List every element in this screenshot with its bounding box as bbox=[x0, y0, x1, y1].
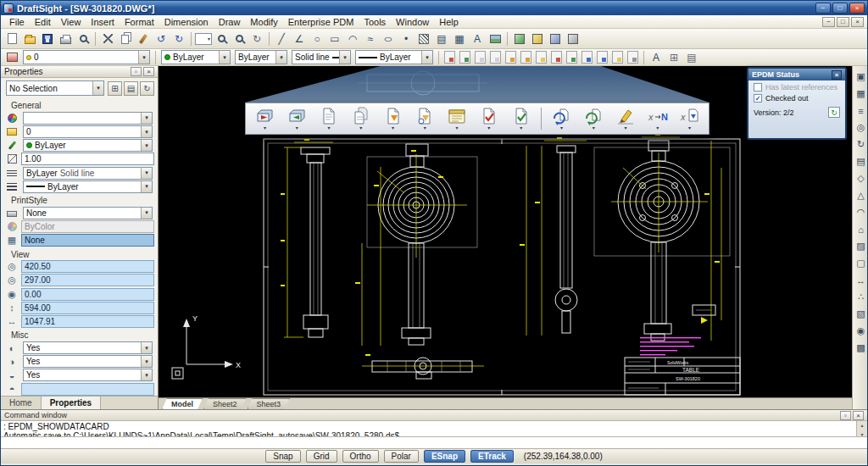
menu-enterprise-pdm[interactable]: Enterprise PDM bbox=[283, 16, 359, 28]
esnap-toggle[interactable]: ESnap bbox=[424, 450, 465, 463]
list-icon[interactable]: ≡ bbox=[854, 103, 868, 118]
epdm-copy-document-button[interactable]: ▾ bbox=[348, 107, 373, 130]
command-history[interactable]: : EPDM_SHOWDATACARD Automatic save to C:… bbox=[1, 421, 867, 436]
epdm-mini-signature-button[interactable] bbox=[612, 51, 623, 64]
epdm-mini-copy-doc-button[interactable] bbox=[490, 51, 501, 64]
insert-image-button[interactable] bbox=[487, 31, 504, 47]
epdm-export-button[interactable]: x ▾ bbox=[677, 107, 702, 130]
misc1-select[interactable]: Yes▾ bbox=[23, 341, 153, 354]
etrack-toggle[interactable]: ETrack bbox=[470, 450, 514, 463]
zoom-in-button[interactable] bbox=[213, 31, 230, 47]
stretch-icon[interactable]: ↔ bbox=[854, 273, 868, 287]
line-color-select[interactable]: ByLayer ▾ bbox=[161, 50, 231, 64]
pattern-icon[interactable]: ▩ bbox=[854, 341, 868, 355]
target-icon[interactable]: ◎ bbox=[854, 120, 868, 135]
epdm-checkout-button[interactable]: ▾ bbox=[253, 107, 277, 130]
quick-select-button[interactable]: ▤ bbox=[124, 81, 138, 96]
printstyle-table-field[interactable]: None bbox=[21, 234, 154, 247]
draw-circle-button[interactable]: ○ bbox=[309, 31, 326, 47]
line-weight-select[interactable]: Solid line ▾ bbox=[292, 50, 351, 64]
tab-properties[interactable]: Properties bbox=[42, 397, 101, 409]
epdm-mini-get-latest-button[interactable] bbox=[505, 51, 516, 64]
draw-polyline-button[interactable]: ∠ bbox=[291, 31, 308, 47]
epdm-signature-button[interactable]: ▾ bbox=[614, 107, 638, 130]
epdm-mini-links-button[interactable] bbox=[581, 51, 593, 64]
line-pattern-select[interactable]: ByLayer ▾ bbox=[355, 50, 433, 64]
rows-icon[interactable]: ▤ bbox=[854, 154, 868, 169]
epdm-approve-button[interactable]: ▾ bbox=[509, 107, 533, 130]
home-icon[interactable]: ⌂ bbox=[854, 222, 868, 236]
epdm-mini-datacard-button[interactable] bbox=[536, 51, 547, 64]
region-button[interactable]: ▤ bbox=[433, 31, 450, 47]
prop-lineweight-select[interactable]: ByLayer▾ bbox=[23, 180, 153, 193]
scroll-down-icon[interactable]: ▾ bbox=[860, 430, 863, 436]
restore-button[interactable]: □ bbox=[832, 3, 848, 14]
menu-window[interactable]: Window bbox=[391, 16, 434, 28]
linescale-field[interactable]: 1.00 bbox=[21, 153, 154, 165]
epdm-change-state-button[interactable]: ▾ bbox=[476, 107, 501, 130]
cut-button[interactable] bbox=[99, 31, 116, 47]
undo-button[interactable]: ↺ bbox=[153, 31, 170, 47]
zoom-window-button[interactable] bbox=[231, 31, 248, 47]
settings-button[interactable] bbox=[565, 31, 581, 47]
save-button[interactable] bbox=[39, 31, 56, 47]
insert-block-button[interactable] bbox=[529, 31, 546, 47]
rotate-icon[interactable]: ↻ bbox=[854, 137, 868, 152]
hatch-button[interactable] bbox=[415, 31, 432, 47]
menu-view[interactable]: View bbox=[56, 16, 86, 28]
hatch-icon[interactable]: ▨ bbox=[854, 239, 868, 253]
menu-modify[interactable]: Modify bbox=[245, 16, 282, 28]
refresh-version-button[interactable]: ↻ bbox=[828, 107, 840, 118]
quick-select-combo[interactable]: ▾ bbox=[195, 31, 212, 47]
menu-tools[interactable]: Tools bbox=[359, 16, 391, 28]
tab-sheet2[interactable]: Sheet2 bbox=[203, 398, 247, 409]
close-button[interactable]: × bbox=[849, 3, 865, 14]
menu-file[interactable]: File bbox=[4, 16, 30, 28]
draw-spline-button[interactable]: ≈ bbox=[362, 31, 379, 47]
epdm-refresh-tree-button[interactable]: ▾ bbox=[581, 107, 606, 130]
note-button[interactable]: A bbox=[469, 31, 486, 47]
layers-manager-button[interactable] bbox=[3, 49, 20, 65]
epdm-mini-checkin-button[interactable] bbox=[459, 51, 470, 64]
copy-button[interactable] bbox=[117, 31, 134, 47]
table-button[interactable]: ▦ bbox=[451, 31, 468, 47]
epdm-get-latest-button[interactable]: ▾ bbox=[381, 107, 405, 130]
grid-toggle[interactable]: Grid bbox=[306, 450, 337, 463]
prop-layer-select[interactable]: 0▾ bbox=[23, 125, 153, 138]
epdm-mini-checkout-button[interactable] bbox=[444, 51, 455, 64]
command-input[interactable] bbox=[3, 438, 865, 448]
tab-home[interactable]: Home bbox=[1, 397, 42, 409]
shade-icon[interactable]: ▧ bbox=[854, 307, 868, 321]
text-style-button[interactable]: A bbox=[648, 49, 665, 65]
misc3-select[interactable]: Yes▾ bbox=[23, 369, 153, 381]
mdi-restore-button[interactable]: □ bbox=[837, 17, 849, 27]
printstyle-select[interactable]: None▾ bbox=[23, 207, 153, 219]
tab-model[interactable]: Model bbox=[162, 398, 203, 409]
scroll-up-icon[interactable]: ▴ bbox=[860, 421, 863, 430]
arc-icon[interactable]: ◠ bbox=[854, 205, 868, 219]
tab-sheet3[interactable]: Sheet3 bbox=[248, 398, 291, 409]
viewport-icon[interactable]: ▣ bbox=[854, 69, 868, 84]
diamond-icon[interactable]: ◇ bbox=[854, 171, 868, 186]
epdm-mini-approve-button[interactable] bbox=[566, 51, 577, 64]
selection-select[interactable]: No Selection ▾ bbox=[6, 80, 104, 96]
epdm-mini-get-version-button[interactable] bbox=[520, 51, 531, 64]
draw-arc-button[interactable]: ◠ bbox=[344, 31, 361, 47]
menu-edit[interactable]: Edit bbox=[30, 16, 56, 28]
checkbox-unchecked[interactable] bbox=[754, 83, 762, 92]
points-icon[interactable]: ∴ bbox=[854, 290, 868, 304]
make-block-button[interactable] bbox=[511, 31, 528, 47]
epdm-mini-new-doc-button[interactable] bbox=[475, 51, 486, 64]
epdm-mini-state-button[interactable] bbox=[551, 51, 562, 64]
epdm-rename-button[interactable]: xN ▾ bbox=[645, 107, 670, 130]
dimension-style-button[interactable]: ⊞ bbox=[665, 49, 682, 65]
select-entities-button[interactable]: ⊞ bbox=[108, 81, 122, 96]
table-icon[interactable]: ▦ bbox=[854, 86, 868, 101]
epdm-datacard-button[interactable]: ▾ bbox=[445, 107, 470, 130]
draw-line-button[interactable]: ╱ bbox=[273, 31, 290, 47]
menu-draw[interactable]: Draw bbox=[214, 16, 246, 28]
epdm-mini-rename-button[interactable] bbox=[627, 51, 638, 64]
menu-dimension[interactable]: Dimension bbox=[159, 16, 214, 28]
draw-ellipse-button[interactable]: ○ bbox=[380, 31, 397, 47]
panel-close-button[interactable]: × bbox=[143, 67, 154, 76]
